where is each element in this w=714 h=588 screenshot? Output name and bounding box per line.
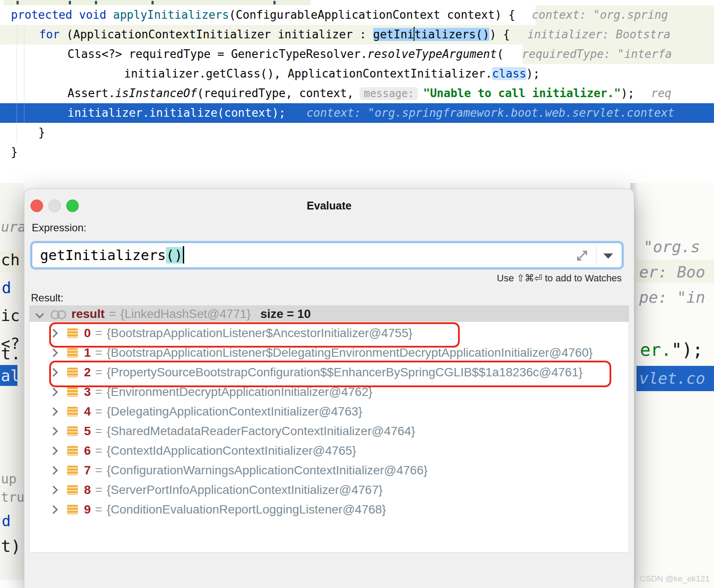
item-index: 6 bbox=[84, 444, 91, 458]
code-fragment: ic bbox=[1, 307, 20, 324]
chevron-right-icon[interactable] bbox=[49, 427, 58, 436]
expand-editor-icon[interactable] bbox=[575, 248, 589, 265]
code-fragment: tru bbox=[1, 490, 24, 505]
indent-guide bbox=[17, 103, 17, 123]
chevron-right-icon[interactable] bbox=[49, 368, 58, 377]
code-text: initializer.getClass(), ApplicationConte… bbox=[124, 67, 492, 80]
result-tree: result = {LinkedHashSet@4771} size = 10 … bbox=[29, 305, 629, 553]
equals-sign: = bbox=[95, 385, 102, 399]
inline-hint: initializer: Bootstra bbox=[527, 28, 670, 41]
code-text: ( bbox=[497, 47, 504, 61]
item-value: {ServerPortInfoApplicationContextInitial… bbox=[107, 483, 383, 497]
chevron-right-icon[interactable] bbox=[49, 505, 58, 514]
code-text: (ApplicationContextInitializer initializ… bbox=[60, 28, 373, 41]
expression-input[interactable]: getInitializers() bbox=[32, 243, 622, 268]
item-value: {BootstrapApplicationListener$Delegating… bbox=[107, 346, 593, 360]
code-text: (ConfigurableApplicationContext context)… bbox=[229, 8, 515, 21]
code-line-close-brace: } bbox=[38, 123, 45, 142]
parameter-name-hint: message: bbox=[360, 87, 418, 100]
item-value: {SharedMetadataReaderFactoryContextIniti… bbox=[107, 424, 415, 438]
result-type: {LinkedHashSet@4771} bbox=[121, 307, 251, 321]
tree-row-7[interactable]: 7={ConfigurationWarningsApplicationConte… bbox=[30, 460, 629, 480]
static-method-call: resolveTypeArgument bbox=[367, 47, 497, 61]
expression-value: getInitializers() bbox=[40, 246, 184, 264]
code-fragment: vlet.co bbox=[639, 369, 705, 387]
tree-row-1[interactable]: 1={BootstrapApplicationListener$Delegati… bbox=[30, 343, 629, 362]
result-label: Result: bbox=[31, 292, 64, 304]
selected-text: getIni bbox=[373, 28, 414, 41]
equals-sign: = bbox=[95, 405, 102, 419]
code-line-assert: Assert.isInstanceOf(requiredType, contex… bbox=[67, 84, 671, 104]
indent-guide bbox=[24, 103, 24, 123]
class-keyword-highlighted: class bbox=[492, 67, 526, 80]
code-line-method-signature: protected void applyInitializers(Configu… bbox=[11, 5, 668, 25]
equals-sign: = bbox=[95, 424, 102, 438]
array-item-icon bbox=[67, 466, 78, 475]
watermark: CSDN @ke_ek121 bbox=[640, 574, 710, 584]
dialog-title: Evaluate bbox=[24, 199, 634, 212]
array-item-icon bbox=[67, 328, 78, 338]
history-dropdown-icon[interactable] bbox=[603, 253, 613, 259]
tree-row-0[interactable]: 0={BootstrapApplicationListener$Ancestor… bbox=[30, 323, 629, 343]
chevron-right-icon[interactable] bbox=[49, 466, 58, 475]
indent-guide bbox=[24, 25, 24, 103]
code-fragment: er."); bbox=[640, 340, 703, 360]
clipped-code-line bbox=[3, 0, 310, 5]
execution-point-line[interactable]: initializer.initialize(context);context:… bbox=[0, 103, 714, 123]
inline-hint: context: "org.spring bbox=[532, 8, 668, 21]
evaluate-dialog: Evaluate Expression: getInitializers() U… bbox=[24, 189, 634, 588]
equals-sign: = bbox=[95, 503, 102, 517]
chevron-right-icon[interactable] bbox=[49, 348, 58, 357]
tree-row-5[interactable]: 5={SharedMetadataReaderFactoryContextIni… bbox=[30, 421, 629, 441]
array-item-icon bbox=[67, 485, 78, 495]
code-fragment: pe: "in bbox=[639, 288, 705, 306]
code-text: ); bbox=[526, 67, 540, 80]
tree-row-6[interactable]: 6={ContextIdApplicationContextInitialize… bbox=[30, 441, 629, 460]
expression-text: getInitializers bbox=[40, 247, 166, 264]
expression-label: Expression: bbox=[32, 222, 86, 234]
code-line-for-loop: for (ApplicationContextInitializer initi… bbox=[39, 25, 670, 44]
code-fragment: d bbox=[2, 512, 10, 530]
evaluation-result-icon bbox=[51, 310, 66, 318]
tree-row-8[interactable]: 8={ServerPortInfoApplicationContextIniti… bbox=[30, 480, 629, 500]
code-text: Assert. bbox=[67, 87, 115, 100]
array-item-icon bbox=[67, 446, 78, 456]
chevron-right-icon[interactable] bbox=[49, 486, 58, 494]
code-fragment: er: Boo bbox=[639, 263, 705, 281]
array-item-icon bbox=[67, 505, 78, 514]
code-keyword: protected void bbox=[11, 8, 113, 21]
item-index: 5 bbox=[84, 424, 91, 438]
item-value: {ConditionEvaluationReportLoggingListene… bbox=[107, 503, 386, 517]
tree-row-9[interactable]: 9={ConditionEvaluationReportLoggingListe… bbox=[30, 500, 629, 519]
add-to-watches-hint: Use ⇧⌘⏎ to add to Watches bbox=[497, 273, 622, 284]
tree-row-4[interactable]: 4={DelegatingApplicationContextInitializ… bbox=[30, 402, 629, 421]
static-method-call: isInstanceOf bbox=[115, 87, 197, 100]
chevron-right-icon[interactable] bbox=[49, 446, 58, 455]
ide-screen: protected void applyInitializers(Configu… bbox=[0, 0, 714, 588]
item-index: 2 bbox=[84, 365, 91, 379]
item-index: 7 bbox=[84, 463, 91, 477]
code-fragment: al bbox=[1, 367, 20, 385]
chevron-right-icon[interactable] bbox=[49, 329, 58, 338]
chevron-right-icon[interactable] bbox=[49, 388, 58, 396]
tree-row-3[interactable]: 3={EnvironmentDecryptApplicationInitiali… bbox=[30, 382, 629, 402]
string-fragment: er. bbox=[640, 340, 671, 360]
item-value: {DelegatingApplicationContextInitializer… bbox=[107, 405, 362, 419]
array-item-icon bbox=[67, 348, 78, 358]
tree-row-2[interactable]: 2={PropertySourceBootstrapConfiguration$… bbox=[30, 362, 629, 382]
code-fragment: up bbox=[1, 471, 17, 487]
code-line-initialize: initializer.initialize(context);context:… bbox=[67, 103, 674, 123]
item-value: {ContextIdApplicationContextInitializer@… bbox=[107, 444, 356, 458]
input-caret bbox=[183, 246, 184, 264]
item-index: 4 bbox=[84, 405, 91, 419]
chevron-right-icon[interactable] bbox=[49, 407, 58, 416]
result-root-row[interactable]: result = {LinkedHashSet@4771} size = 10 bbox=[30, 306, 629, 322]
array-item-icon bbox=[67, 426, 78, 436]
chevron-down-icon[interactable] bbox=[35, 310, 44, 318]
code-line-required-type: Class<?> requiredType = GenericTypeResol… bbox=[67, 44, 672, 64]
item-value: {PropertySourceBootstrapConfiguration$$E… bbox=[107, 365, 583, 379]
code-fragment: t. bbox=[1, 344, 21, 363]
input-divider bbox=[596, 247, 596, 264]
item-value: {BootstrapApplicationListener$AncestorIn… bbox=[107, 326, 412, 340]
code-text: ); bbox=[621, 87, 634, 100]
